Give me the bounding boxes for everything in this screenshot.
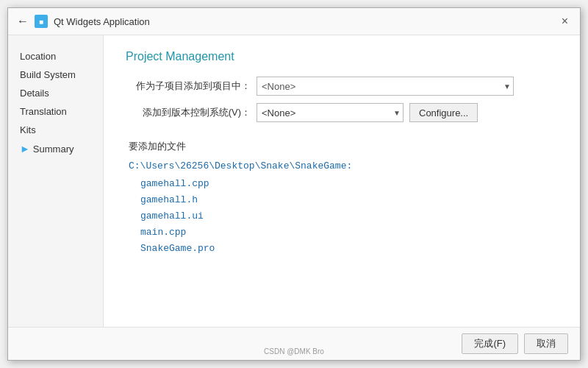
watermark: CSDN @DMK Bro [264,347,324,355]
title-bar: ← ■ Qt Widgets Application × [8,8,580,35]
subproject-select[interactable]: <None> [257,77,514,96]
file-item-1: gamehall.h [140,192,558,208]
sidebar-item-label-details: Details [20,88,49,99]
sidebar-item-summary[interactable]: ► Summary [8,139,103,158]
main-content: Project Management 作为子项目添加到项目中： <None> ▼… [104,35,580,327]
subproject-label: 作为子项目添加到项目中： [126,79,251,93]
file-item-2: gamehall.ui [140,208,558,224]
files-heading: 要添加的文件 [129,140,558,153]
file-list: gamehall.cpp gamehall.h gamehall.ui main… [140,176,558,257]
sidebar: Location Build System Details Translatio… [8,35,104,327]
sidebar-item-label-summary: Summary [33,144,74,155]
cancel-button[interactable]: 取消 [524,333,568,354]
file-item-0: gamehall.cpp [140,176,558,192]
close-button[interactable]: × [559,14,571,29]
content-area: Location Build System Details Translatio… [8,35,580,327]
subproject-select-wrapper: <None> ▼ [257,77,514,96]
qt-app-icon: ■ [35,15,48,28]
active-arrow-icon: ► [20,143,30,155]
sidebar-item-label-translation: Translation [20,106,67,117]
configure-button[interactable]: Configure... [409,103,478,122]
sidebar-item-kits[interactable]: Kits [8,121,103,139]
finish-button[interactable]: 完成(F) [462,333,518,354]
sidebar-item-label-build-system: Build System [20,69,76,80]
vcs-select-wrapper: <None> ▼ [257,103,404,122]
file-item-4: SnakeGame.pro [140,241,558,257]
subproject-row: 作为子项目添加到项目中： <None> ▼ [126,77,558,96]
file-item-3: main.cpp [140,224,558,241]
sidebar-item-build-system[interactable]: Build System [8,66,103,84]
footer: 完成(F) 取消 CSDN @DMK Bro [8,327,580,360]
dialog-title: Qt Widgets Application [54,16,150,27]
dialog: ← ■ Qt Widgets Application × Location Bu… [7,7,581,361]
vcs-row: 添加到版本控制系统(V)： <None> ▼ Configure... [126,103,558,122]
sidebar-item-location[interactable]: Location [8,47,103,66]
sidebar-item-translation[interactable]: Translation [8,102,103,121]
vcs-label: 添加到版本控制系统(V)： [126,106,251,119]
section-title: Project Management [126,50,558,63]
sidebar-item-label-kits: Kits [20,124,36,135]
back-icon[interactable]: ← [17,15,29,28]
title-bar-left: ← ■ Qt Widgets Application [17,15,150,28]
file-path: C:\Users\26256\Desktop\Snake\SnakeGame: [129,160,558,171]
sidebar-item-label-location: Location [20,51,56,62]
files-section: 要添加的文件 C:\Users\26256\Desktop\Snake\Snak… [126,140,558,257]
vcs-select[interactable]: <None> [257,103,404,122]
sidebar-item-details[interactable]: Details [8,84,103,102]
